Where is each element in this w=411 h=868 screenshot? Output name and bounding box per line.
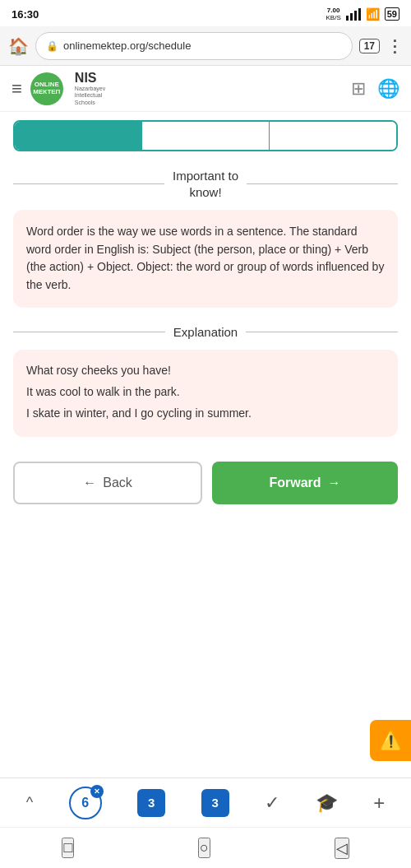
logo-line2: МЕКТЕП <box>33 89 60 96</box>
back-sys-button[interactable]: ◁ <box>335 838 349 859</box>
main-app-label: 6 <box>81 796 89 810</box>
check-item[interactable]: ✓ <box>265 792 279 814</box>
tab-count[interactable]: 17 <box>359 39 380 53</box>
explanation-title: Explanation <box>173 324 238 341</box>
bottom-taskbar: ^ 6 ✕ 3 3 ✓ 🎓 + <box>0 777 411 827</box>
browser-bar: 🏠 🔒 onlinemektep.org/schedule 17 ⋮ <box>0 26 411 66</box>
url-text: onlinemektep.org/schedule <box>63 39 342 52</box>
nis-title: NIS <box>75 71 105 86</box>
home-button[interactable]: 🏠 <box>8 36 29 56</box>
wifi-icon: 📶 <box>366 7 380 21</box>
more-button[interactable]: ⋮ <box>386 36 403 56</box>
plus-icon: + <box>373 791 385 815</box>
battery-indicator: 59 <box>385 7 399 21</box>
logo-circle: ONLINE МЕКТЕП <box>30 72 63 105</box>
hamburger-icon[interactable]: ≡ <box>12 78 22 100</box>
status-time: 16:30 <box>12 8 39 21</box>
plus-item[interactable]: + <box>373 791 385 815</box>
exp-divider-right <box>246 332 398 333</box>
important-section-divider: Important toknow! <box>13 168 398 200</box>
tab-3[interactable] <box>270 122 396 150</box>
signal-icon <box>346 8 361 21</box>
lock-icon: 🔒 <box>46 40 58 52</box>
divider-line-left <box>13 183 164 185</box>
box1: 3 <box>137 789 165 817</box>
kb-unit: KB/S <box>326 14 341 21</box>
chevron-up-item[interactable]: ^ <box>26 794 33 811</box>
grid-icon[interactable]: ⊞ <box>351 78 366 100</box>
info-card: Word order is the way we use words in a … <box>13 210 398 308</box>
grad-icon: 🎓 <box>316 792 338 814</box>
nav-right: ⊞ 🌐 <box>351 78 399 100</box>
box2: 3 <box>201 789 229 817</box>
exp-divider-left <box>13 332 165 333</box>
top-tabs <box>13 120 398 151</box>
kb-speed: 7.00 KB/S <box>326 7 341 21</box>
forward-label: Forward <box>269 476 321 490</box>
main-app-item[interactable]: 6 ✕ <box>69 787 102 819</box>
recents-button[interactable]: □ <box>62 838 74 858</box>
grad-item[interactable]: 🎓 <box>316 792 338 814</box>
bottom-system-nav: □ ○ ◁ <box>0 827 411 868</box>
alert-icon: ⚠️ <box>380 730 402 751</box>
explanation-line-1: What rosy cheeks you have! <box>26 361 385 381</box>
explanation-card: What rosy cheeks you have! It was cool t… <box>13 350 398 436</box>
forward-button[interactable]: Forward → <box>212 462 398 504</box>
alert-fab[interactable]: ⚠️ <box>370 720 411 761</box>
nav-buttons: ← Back Forward → <box>13 462 398 504</box>
nav-left: ≡ ONLINE МЕКТЕП NIS NazarbayevIntellectu… <box>12 71 105 106</box>
box2-item[interactable]: 3 <box>201 789 229 817</box>
tab-1[interactable] <box>15 122 142 150</box>
back-button[interactable]: ← Back <box>13 462 202 504</box>
nav-bar: ≡ ONLINE МЕКТЕП NIS NazarbayevIntellectu… <box>0 66 411 112</box>
status-right: 7.00 KB/S 📶 59 <box>326 7 399 21</box>
status-bar: 16:30 7.00 KB/S 📶 59 <box>0 0 411 26</box>
badge-close: ✕ <box>90 785 104 798</box>
home-sys-button[interactable]: ○ <box>198 838 210 858</box>
kb-label: 7.00 <box>327 7 340 14</box>
explanation-section-divider: Explanation <box>13 324 398 341</box>
nis-block: NIS NazarbayevIntellectualSchools <box>75 71 105 106</box>
check-icon: ✓ <box>265 792 279 814</box>
chevron-up-icon: ^ <box>26 794 33 811</box>
box1-item[interactable]: 3 <box>137 789 165 817</box>
back-label: Back <box>103 476 132 490</box>
explanation-line-2: It was cool to walk in the park. <box>26 383 385 402</box>
tab-2[interactable] <box>142 122 270 150</box>
nis-subtitle: NazarbayevIntellectualSchools <box>75 86 105 106</box>
forward-icon: → <box>328 476 341 490</box>
important-title: Important toknow! <box>173 168 238 200</box>
divider-line-right <box>247 183 398 185</box>
content-area: Important toknow! Word order is the way … <box>0 120 411 518</box>
back-icon: ← <box>83 476 96 490</box>
url-bar[interactable]: 🔒 onlinemektep.org/schedule <box>35 32 353 60</box>
explanation-line-3: I skate in winter, and I go cycling in s… <box>26 404 385 424</box>
info-card-text: Word order is the way we use words in a … <box>26 225 384 291</box>
globe-icon[interactable]: 🌐 <box>377 78 399 100</box>
